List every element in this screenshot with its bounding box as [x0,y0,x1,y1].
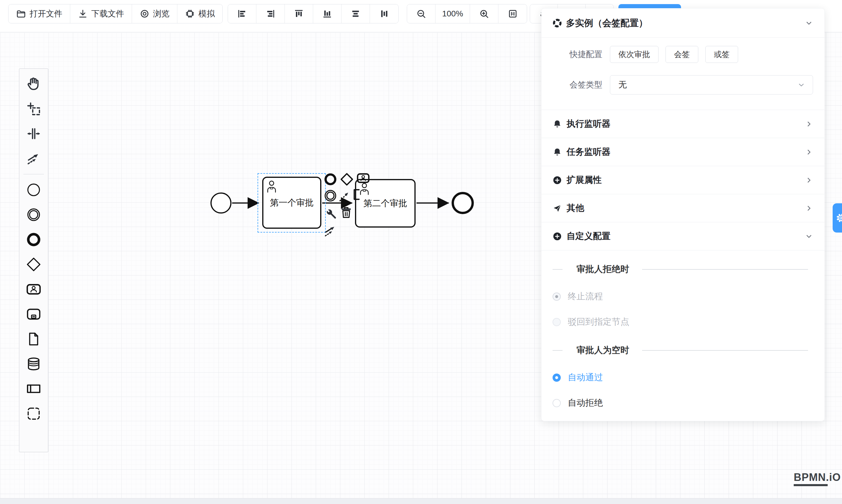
append-intermediate-event-button[interactable] [323,189,337,203]
section-execution-listener[interactable]: 执行监听器 [541,110,824,138]
align-center-horizontal-icon [351,9,361,19]
panel-header[interactable]: 多实例（会签配置） [541,8,824,38]
zoom-level: 100% [436,4,470,23]
settings-tab[interactable] [832,203,842,233]
bpmn-modeler-app: 打开文件 下载文件 浏览 模拟 100% [0,0,842,504]
append-end-event-button[interactable] [323,172,337,186]
append-text-annotation-button[interactable] [350,187,364,201]
create-data-store[interactable] [26,356,41,372]
radio-icon [552,318,561,326]
align-right-icon [265,9,275,19]
align-bottom-button[interactable] [313,4,341,23]
delete-button[interactable] [339,205,353,220]
section-other[interactable]: 其他 [541,194,824,222]
create-gateway[interactable] [26,257,41,272]
quick-config-orsign-button[interactable]: 或签 [705,46,738,63]
chevron-right-icon [805,204,813,213]
quick-config-label: 快捷配置 [541,49,602,60]
lasso-tool[interactable] [26,101,41,116]
download-file-label: 下载文件 [91,8,124,19]
sign-type-label: 会签类型 [541,79,602,90]
custom-config-content: 审批人拒绝时 终止流程 驳回到指定节点 审批人为空时 自动通过 [541,250,824,421]
global-connect-tool[interactable] [26,151,41,166]
create-start-event[interactable] [26,182,41,197]
panel-title: 多实例（会签配置） [566,17,801,29]
space-tool[interactable] [26,126,41,141]
simulate-button[interactable]: 模拟 [177,4,223,23]
simulate-label: 模拟 [198,8,215,19]
preview-button[interactable]: 浏览 [132,4,177,23]
panel-form: 快捷配置 依次审批 会签 或签 会签类型 无 [541,38,824,110]
radio-icon [552,292,561,301]
align-middle-vertical-button[interactable] [370,4,398,23]
zoom-in-button[interactable] [470,4,498,23]
preview-label: 浏览 [153,8,170,19]
panel-sections: 执行监听器 任务监听器 扩展属性 其他 自定义配置 [541,110,824,250]
sign-type-row: 会签类型 无 [541,75,824,94]
section-custom-config[interactable]: 自定义配置 [541,222,824,250]
connect-button[interactable] [323,224,337,238]
align-top-button[interactable] [285,4,313,23]
create-user-task[interactable] [26,282,41,297]
chevron-right-icon [805,176,813,184]
quick-config-sequential-button[interactable]: 依次审批 [610,46,659,63]
bottom-strip [0,498,842,504]
align-button-group [228,4,399,23]
multi-instance-icon [552,18,562,28]
radio-icon [552,399,561,407]
create-intermediate-event[interactable] [26,207,41,222]
radio-auto-pass[interactable]: 自动通过 [552,372,824,383]
align-left-icon [237,9,247,19]
user-icon [266,180,277,193]
bell-icon [552,119,562,129]
chevron-down-icon [797,80,806,89]
start-event[interactable] [210,193,231,214]
align-left-button[interactable] [228,4,257,23]
zoom-out-button[interactable] [407,4,436,23]
bpmn-io-logo[interactable]: BPMN.iO [794,471,841,486]
section-extended-properties[interactable]: 扩展属性 [541,166,824,194]
create-group[interactable] [26,406,41,421]
bpmn-io-logo-text: BPMN.iO [794,471,841,484]
send-icon [552,203,562,213]
download-file-button[interactable]: 下载文件 [70,4,132,23]
sign-type-value: 无 [618,79,797,91]
reject-group-divider: 审批人拒绝时 [541,263,824,275]
create-subprocess[interactable] [26,307,41,322]
create-participant[interactable] [26,381,41,396]
reject-group-title: 审批人拒绝时 [577,263,629,275]
radio-icon [552,374,561,382]
chevron-down-icon[interactable] [805,19,813,28]
append-user-task-button[interactable] [356,171,370,185]
fit-viewport-icon [508,9,518,19]
hand-tool[interactable] [26,76,41,92]
preview-icon [140,9,150,19]
folder-open-icon [16,9,26,19]
chevron-down-icon [805,232,813,241]
change-element-button[interactable] [323,207,337,221]
align-middle-vertical-icon [379,9,389,19]
quick-config-countersign-button[interactable]: 会签 [666,46,698,63]
task-first-approval[interactable]: 第一个审批 [262,177,321,229]
append-gateway-button[interactable] [340,172,354,186]
bell-icon [552,147,562,157]
create-data-object[interactable] [26,331,41,347]
open-file-label: 打开文件 [30,8,62,19]
chevron-right-icon [805,148,813,157]
align-center-horizontal-button[interactable] [341,4,370,23]
zoom-button-group: 100% [407,4,527,23]
section-task-listener[interactable]: 任务监听器 [541,138,824,166]
radio-terminate-process[interactable]: 终止流程 [552,290,824,303]
end-event[interactable] [452,192,474,214]
bpmn-io-logo-bar [794,484,828,486]
radio-auto-reject[interactable]: 自动拒绝 [552,397,824,409]
fit-viewport-button[interactable] [498,4,527,23]
radio-return-to-node[interactable]: 驳回到指定节点 [552,316,824,328]
simulate-icon [185,9,195,19]
task-label: 第一个审批 [270,197,314,209]
align-right-button[interactable] [257,4,285,23]
open-file-button[interactable]: 打开文件 [8,4,70,23]
sign-type-select[interactable]: 无 [610,75,813,94]
chevron-right-icon [805,120,813,128]
create-end-event[interactable] [26,232,41,247]
